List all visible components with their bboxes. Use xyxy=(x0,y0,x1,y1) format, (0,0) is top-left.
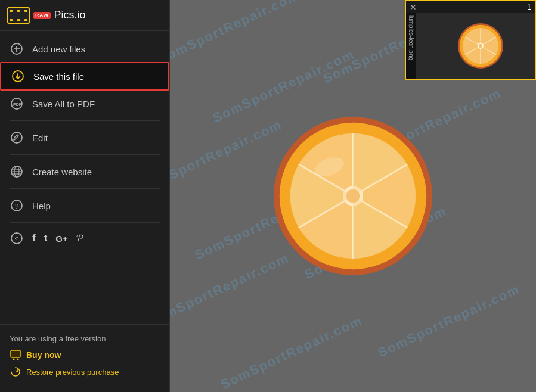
svg-point-41 xyxy=(479,44,482,48)
nav-list: Add new files Save this file PDF xyxy=(0,31,169,324)
film-hole xyxy=(17,19,20,21)
svg-point-14 xyxy=(11,233,22,244)
svg-point-29 xyxy=(346,189,360,203)
nav-divider xyxy=(10,188,160,189)
thumbnail-orange xyxy=(457,22,504,70)
thumbnail-panel: ✕ 1 lumpics-icon.png xyxy=(405,0,536,80)
logo-wrap: RAW Pics.io xyxy=(7,7,86,24)
facebook-icon[interactable]: f xyxy=(32,232,36,244)
buy-now-link[interactable]: Buy now xyxy=(26,350,61,360)
sidebar: RAW Pics.io Add new files xyxy=(0,0,170,392)
nav-divider xyxy=(10,154,160,155)
svg-point-16 xyxy=(13,359,15,360)
thumbnail-header: ✕ 1 xyxy=(406,1,535,13)
pinterest-icon[interactable]: 𝓟 xyxy=(76,232,83,244)
thumbnail-orange-svg xyxy=(457,22,504,70)
sidebar-item-label: Edit xyxy=(32,133,48,143)
tumblr-icon[interactable]: t xyxy=(44,232,48,244)
thumbnail-image-area xyxy=(416,13,535,79)
free-version-text: You are using a free version xyxy=(10,334,160,343)
google-plus-icon[interactable]: G+ xyxy=(55,234,67,244)
restore-purchase-link[interactable]: Restore previous purchase xyxy=(26,368,119,377)
save-circle-icon xyxy=(11,69,25,83)
sidebar-item-create-website[interactable]: Create website xyxy=(0,158,169,185)
globe-icon xyxy=(10,164,24,179)
content-area: SomSportRepair.com SomSportRepair.com So… xyxy=(170,0,536,392)
share-icon xyxy=(10,231,24,245)
thumbnail-filename: lumpics-icon.png xyxy=(406,13,416,79)
film-holes-top xyxy=(10,10,27,12)
sidebar-item-add-new-files[interactable]: Add new files xyxy=(0,36,169,62)
social-icons: f t G+ 𝓟 xyxy=(32,232,83,244)
pdf-icon: PDF xyxy=(10,97,24,111)
watermark-text: SomSportRepair.com xyxy=(170,0,302,67)
film-hole xyxy=(17,10,20,12)
sidebar-item-save-all-pdf[interactable]: PDF Save All to PDF xyxy=(0,91,169,117)
sidebar-item-label: Add new files xyxy=(32,44,85,54)
film-holes-bottom xyxy=(10,19,27,21)
sidebar-header: RAW Pics.io xyxy=(0,0,169,31)
app-title: Pics.io xyxy=(54,9,86,21)
thumbnail-body: lumpics-icon.png xyxy=(406,13,535,79)
sidebar-item-label: Save All to PDF xyxy=(32,99,95,109)
sidebar-social-row: f t G+ 𝓟 xyxy=(0,226,169,250)
nav-divider xyxy=(10,222,160,223)
sidebar-item-label: Create website xyxy=(32,167,92,177)
main-image xyxy=(269,113,436,279)
svg-text:?: ? xyxy=(15,203,18,210)
sidebar-item-edit[interactable]: Edit xyxy=(0,125,169,151)
sidebar-footer: You are using a free version Buy now xyxy=(0,324,169,392)
orange-svg xyxy=(269,113,436,279)
buy-now-row[interactable]: Buy now xyxy=(10,349,160,361)
restore-row[interactable]: Restore previous purchase xyxy=(10,366,160,378)
plus-circle-icon xyxy=(10,42,24,56)
app-layout: RAW Pics.io Add new files xyxy=(0,0,536,392)
nav-divider xyxy=(10,120,160,121)
watermark-text: SomSportRepair.com xyxy=(375,282,522,361)
svg-point-17 xyxy=(17,359,19,360)
svg-rect-15 xyxy=(11,350,20,357)
sidebar-item-label: Save this file xyxy=(33,71,84,82)
film-hole xyxy=(24,19,27,21)
film-hole xyxy=(10,10,13,12)
sidebar-item-save-this-file[interactable]: Save this file xyxy=(0,62,169,91)
sidebar-item-help[interactable]: ? Help xyxy=(0,192,169,219)
refresh-icon xyxy=(10,366,21,378)
logo-film-strip xyxy=(7,7,30,24)
watermark-text: SomSportRepair.com xyxy=(170,117,284,196)
svg-text:PDF: PDF xyxy=(13,102,22,107)
thumbnail-close-button[interactable]: ✕ xyxy=(410,2,417,12)
watermark-text: SomSportRepair.com xyxy=(218,313,364,392)
thumbnail-count: 1 xyxy=(527,3,531,11)
help-icon: ? xyxy=(10,198,24,213)
raw-badge: RAW xyxy=(33,12,51,19)
film-hole xyxy=(24,10,27,12)
edit-icon xyxy=(10,130,24,145)
cart-icon xyxy=(10,349,21,361)
film-hole xyxy=(10,19,13,21)
sidebar-item-label: Help xyxy=(32,201,51,211)
